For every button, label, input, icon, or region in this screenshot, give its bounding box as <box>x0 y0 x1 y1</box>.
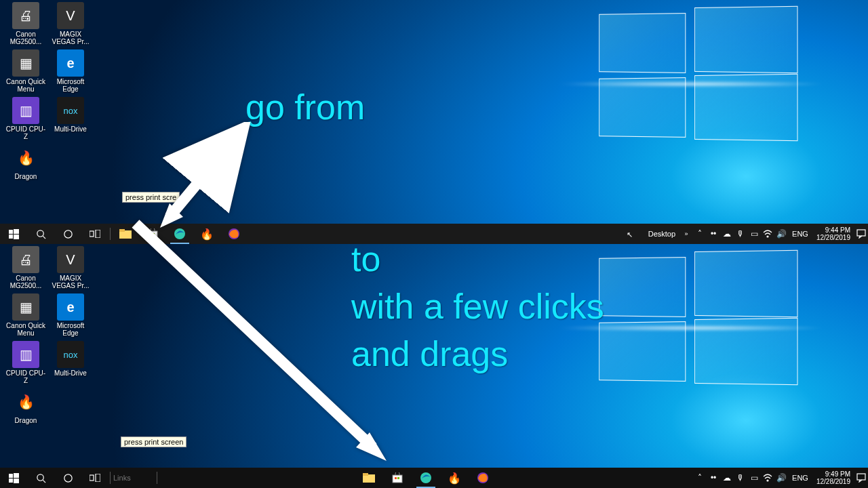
tray-onedrive-icon[interactable]: ☁ <box>720 468 734 488</box>
svg-rect-35 <box>857 474 865 480</box>
icon-canon-mg2500[interactable]: 🖨Canon MG2500... <box>5 1 47 45</box>
icon-magix-vegas[interactable]: VMAGIX VEGAS Pr... <box>50 245 92 289</box>
search-icon[interactable] <box>27 468 54 488</box>
svg-rect-2 <box>9 235 13 239</box>
icon-canon-quick-menu[interactable]: ▦Canon Quick Menu <box>5 292 47 337</box>
svg-rect-0 <box>9 230 13 234</box>
svg-rect-26 <box>96 474 100 482</box>
tray-app-1-icon[interactable]: •• <box>707 468 720 488</box>
tray-language[interactable]: ENG <box>788 474 812 482</box>
search-icon[interactable] <box>27 224 54 244</box>
icon-dragon[interactable]: 🔥Dragon <box>5 387 47 424</box>
tray-microphone-icon[interactable]: 🎙 <box>734 468 747 488</box>
system-tray: ↖ Desktop » ˄ •• ☁ 🎙 ▭ 🔊 ENG 9:44 PM12/2… <box>644 224 868 244</box>
cursor-icon: ↖ <box>627 230 633 239</box>
start-button[interactable] <box>0 468 27 488</box>
svg-rect-17 <box>857 230 865 236</box>
desktop-icons-grid: 🖨Canon MG2500... VMAGIX VEGAS Pr... ▦Can… <box>3 244 93 425</box>
cortana-icon[interactable] <box>54 468 81 488</box>
taskbar-center-apps: 🔥 <box>355 468 496 488</box>
icon-magix-vegas[interactable]: VMAGIX VEGAS Pr... <box>50 1 92 45</box>
tray-app-2-icon[interactable]: ▭ <box>747 468 761 488</box>
start-button[interactable] <box>0 224 27 244</box>
icon-microsoft-edge[interactable]: eMicrosoft Edge <box>50 48 92 93</box>
svg-rect-19 <box>14 473 19 478</box>
tray-show-hidden-icon[interactable]: ˄ <box>693 468 707 488</box>
svg-rect-25 <box>90 475 94 481</box>
svg-rect-20 <box>9 479 13 483</box>
svg-point-32 <box>420 472 431 483</box>
system-tray: ˄ •• ☁ 🎙 ▭ 🔊 ENG 9:49 PM12/28/2019 <box>693 468 868 488</box>
svg-point-16 <box>767 236 768 237</box>
svg-rect-28 <box>363 473 368 476</box>
svg-rect-3 <box>14 235 19 239</box>
svg-point-22 <box>37 474 43 480</box>
icon-canon-mg2500[interactable]: 🖨Canon MG2500... <box>5 245 47 289</box>
tray-app-1-icon[interactable]: •• <box>707 224 720 244</box>
tray-volume-icon[interactable]: 🔊 <box>774 468 788 488</box>
icon-dragon[interactable]: 🔥Dragon <box>5 143 47 180</box>
svg-line-23 <box>43 480 45 483</box>
tray-app-2-icon[interactable]: ▭ <box>747 224 761 244</box>
windows-logo-wallpaper <box>597 251 800 386</box>
task-view-icon[interactable] <box>81 224 108 244</box>
cortana-icon[interactable] <box>54 224 81 244</box>
svg-rect-8 <box>96 230 100 238</box>
action-center-icon[interactable] <box>854 224 868 244</box>
task-view-icon[interactable] <box>81 468 108 488</box>
tray-microphone-icon[interactable]: 🎙 <box>734 224 747 244</box>
tray-show-hidden-icon[interactable]: ˄ <box>693 224 707 244</box>
svg-rect-30 <box>395 477 397 479</box>
svg-rect-18 <box>9 474 13 478</box>
tray-clock[interactable]: 9:44 PM12/28/2019 <box>812 226 854 241</box>
icon-multi-drive[interactable]: noxMulti-Drive <box>50 340 92 377</box>
taskbar-edge[interactable] <box>412 468 439 488</box>
svg-rect-21 <box>14 479 19 483</box>
arrow-diagonal <box>115 210 400 468</box>
svg-line-41 <box>136 224 373 447</box>
icon-microsoft-edge[interactable]: eMicrosoft Edge <box>50 292 92 337</box>
svg-rect-7 <box>90 231 94 237</box>
taskbar-dragon[interactable]: 🔥 <box>441 468 468 488</box>
windows-logo-wallpaper <box>597 7 800 142</box>
icon-canon-quick-menu[interactable]: ▦Canon Quick Menu <box>5 48 47 93</box>
tray-wifi-icon[interactable] <box>761 224 774 244</box>
icon-cpuid-cpuz[interactable]: ▥CPUID CPU-Z <box>5 340 47 384</box>
links-toolbar-input[interactable] <box>112 473 155 483</box>
tray-wifi-icon[interactable] <box>761 468 774 488</box>
tray-language[interactable]: ENG <box>788 230 812 238</box>
taskbar-file-explorer[interactable] <box>355 468 382 488</box>
svg-point-4 <box>37 230 43 236</box>
svg-point-34 <box>767 480 768 481</box>
tray-clock[interactable]: 9:49 PM12/28/2019 <box>812 470 854 485</box>
taskbar-store[interactable] <box>384 468 411 488</box>
svg-rect-31 <box>397 477 399 479</box>
taskbar-after: 🔥 ˄ •• ☁ 🎙 ▭ 🔊 ENG 9:49 PM12/28/2019 <box>0 468 868 488</box>
taskbar-firefox[interactable] <box>469 468 496 488</box>
tray-overflow-chevron[interactable]: » <box>679 224 693 244</box>
svg-line-5 <box>43 236 45 239</box>
svg-point-24 <box>64 474 71 481</box>
tray-volume-icon[interactable]: 🔊 <box>774 224 788 244</box>
svg-point-6 <box>64 230 71 237</box>
tray-onedrive-icon[interactable]: ☁ <box>720 224 734 244</box>
icon-multi-drive[interactable]: noxMulti-Drive <box>50 96 92 133</box>
svg-rect-1 <box>14 229 19 234</box>
tray-desktop-toolbar[interactable]: Desktop <box>644 230 679 238</box>
overlay-text-go-from: go from <box>245 85 365 129</box>
desktop-icons-grid: 🖨Canon MG2500... VMAGIX VEGAS Pr... ▦Can… <box>3 0 93 181</box>
icon-cpuid-cpuz[interactable]: ▥CPUID CPU-Z <box>5 96 47 140</box>
action-center-icon[interactable] <box>854 468 868 488</box>
